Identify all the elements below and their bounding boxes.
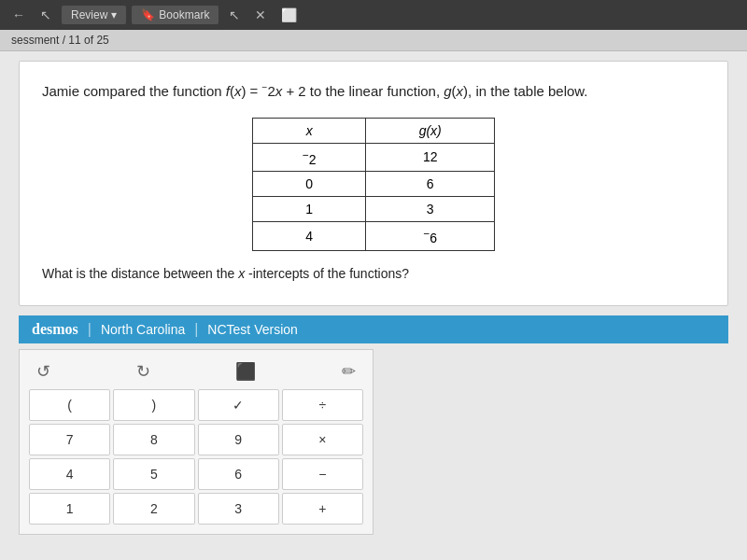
calc-2[interactable]: 2 [113, 493, 194, 525]
calc-display-icon[interactable]: ⬛ [232, 359, 260, 384]
calc-3[interactable]: 3 [198, 493, 279, 525]
calc-multiply[interactable]: × [282, 424, 363, 455]
desmos-version: NCTest Version [207, 322, 297, 337]
calc-8[interactable]: 8 [113, 424, 194, 455]
col-gx-header: g(x) [366, 118, 495, 143]
table-row: 0 6 [253, 172, 495, 197]
calculator: ↺ ↻ ⬛ ✏ ( ) ✓ ÷ 7 8 9 × 4 5 6 − 1 2 3 + [19, 349, 374, 535]
review-button[interactable]: Review ▾ [62, 6, 126, 24]
bookmark-icon: 🔖 [141, 8, 155, 21]
back-icon[interactable]: ← [7, 6, 30, 24]
calc-subtract[interactable]: − [282, 458, 363, 490]
row1-x: −2 [253, 143, 366, 172]
calc-open-paren[interactable]: ( [29, 389, 110, 421]
row2-gx: 6 [366, 172, 495, 197]
calc-add[interactable]: + [282, 493, 363, 525]
row2-x: 0 [253, 172, 366, 197]
question-text: Jamie compared the function f(x) = −2x +… [42, 80, 705, 103]
monitor-icon[interactable]: ⬜ [276, 6, 302, 24]
close-icon[interactable]: ✕ [250, 6, 271, 24]
desmos-logo: desmos [32, 321, 78, 338]
pointer-icon[interactable]: ↖ [224, 6, 245, 24]
calc-4[interactable]: 4 [29, 458, 110, 490]
desmos-separator-1: | [88, 321, 92, 338]
sub-question-text: What is the distance between the x -inte… [42, 266, 705, 281]
calc-6[interactable]: 6 [198, 458, 279, 490]
table-row: 4 −6 [253, 222, 495, 251]
breadcrumb-text: sessment / 11 of 25 [11, 34, 109, 47]
col-x-header: x [253, 118, 366, 143]
calc-edit-icon[interactable]: ✏ [338, 359, 359, 384]
bookmark-label: Bookmark [159, 8, 209, 21]
desmos-bar: desmos | North Carolina | NCTest Version [19, 315, 728, 343]
desmos-region: North Carolina [101, 322, 185, 337]
calc-1[interactable]: 1 [29, 493, 110, 525]
calc-check[interactable]: ✓ [198, 389, 279, 421]
calc-close-paren[interactable]: ) [113, 389, 194, 421]
review-label: Review [71, 8, 107, 21]
main-content: sessment / 11 of 25 Jamie compared the f… [0, 30, 747, 560]
toolbar: ← ↖ Review ▾ 🔖 Bookmark ↖ ✕ ⬜ [0, 0, 747, 30]
calc-7[interactable]: 7 [29, 424, 110, 455]
calc-undo-icon[interactable]: ↺ [33, 359, 54, 384]
calc-5[interactable]: 5 [113, 458, 194, 490]
review-dropdown-icon: ▾ [111, 8, 117, 21]
row4-x: 4 [253, 222, 366, 251]
calc-keypad: ( ) ✓ ÷ 7 8 9 × 4 5 6 − 1 2 3 + [29, 389, 363, 525]
calc-top-row: ↺ ↻ ⬛ ✏ [29, 359, 363, 384]
data-table: x g(x) −2 12 0 6 1 3 4 − [252, 118, 495, 251]
table-row: −2 12 [253, 143, 495, 172]
bookmark-button[interactable]: 🔖 Bookmark [132, 6, 218, 24]
row3-x: 1 [253, 197, 366, 222]
calc-divide[interactable]: ÷ [282, 389, 363, 421]
breadcrumb: sessment / 11 of 25 [0, 30, 747, 51]
row3-gx: 3 [366, 197, 495, 222]
table-row: 1 3 [253, 197, 495, 222]
calc-redo-icon[interactable]: ↻ [133, 359, 154, 384]
question-card: Jamie compared the function f(x) = −2x +… [19, 61, 728, 306]
desmos-separator-2: | [194, 321, 198, 338]
cursor-icon[interactable]: ↖ [35, 6, 56, 24]
calc-9[interactable]: 9 [198, 424, 279, 455]
row1-gx: 12 [366, 143, 495, 172]
row4-gx: −6 [366, 222, 495, 251]
